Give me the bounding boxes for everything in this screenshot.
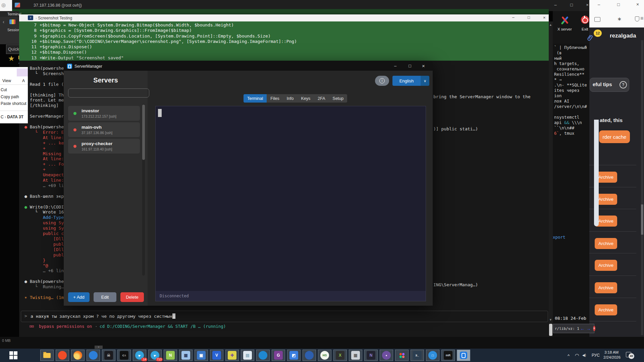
taskbar-icon-telegram-1[interactable]: ▸.14 [133,350,146,361]
taskbar-icon-screenshot-tool[interactable]: ✚ [225,350,239,361]
root-minimize-button[interactable]: – [550,2,560,7]
taskbar-icon-neovim[interactable]: N [364,350,378,361]
sidebar-scroll-thumb[interactable] [142,105,145,160]
taskbar-icon-telegram-2[interactable]: ▸713 [148,350,162,361]
quick-connect-box[interactable]: Quick [6,45,20,54]
taskbar-icon-blue-swirl-app[interactable] [256,350,270,361]
reorder-cache-button[interactable]: rder cache [599,130,630,143]
archive-button[interactable]: Archive [595,304,617,315]
add-server-button[interactable]: + Add [68,292,90,302]
shield-icon[interactable] [635,16,639,21]
browser-maximize-button[interactable]: □ [617,2,620,7]
tab-files[interactable]: Files [267,94,283,103]
server-list-item[interactable]: proxy-checker161.97.118.40 [ssh] [68,139,140,154]
code-maximize-button[interactable]: □ [528,15,530,20]
taskbar-icon-frest-app[interactable]: ☠ [102,350,115,361]
taskbar-icon-anydesk[interactable]: □ [426,350,439,361]
xserver-button[interactable]: X server [557,15,574,34]
archive-button[interactable]: Archive [595,238,617,249]
server-list-item[interactable]: main-ovh37.187.136.86 [ssh] [68,122,140,137]
taskbar-icon-sharex[interactable]: X [333,350,347,361]
scroll-up-icon[interactable]: ▲ [549,23,552,26]
wifi-icon[interactable]: ◠ [575,353,579,358]
taskbar-icon-figma[interactable] [395,350,409,361]
browser-scrollbar-track[interactable] [641,40,643,335]
code-close-button[interactable]: × [543,15,546,20]
menu-hamburger-icon[interactable]: ≡ [640,15,643,21]
tips-pill[interactable]: eful tips ? [590,78,629,92]
scroll-thumb[interactable] [549,324,552,336]
taskbar-icon-github-desktop[interactable]: ● [380,350,393,361]
scroll-down-icon[interactable]: ▼ [549,318,552,321]
ssh-terminal-panel[interactable]: Disconnected [155,106,426,301]
taskbar-icon-cmd-terminal[interactable]: C:\ [117,350,131,361]
sm-close-button[interactable]: × [422,63,425,69]
taskbar-icon-calculator[interactable]: ▦ [179,350,193,361]
find-prev-icon[interactable]: ← [580,326,585,331]
taskbar-icon-file-explorer[interactable] [40,350,54,361]
tab-terminal[interactable]: Terminal [244,94,267,103]
taskbar-icon-mremoteng[interactable]: mR [441,350,455,361]
taskbar-icon-servermanager-app[interactable] [457,350,470,361]
taskbar-icon-v-app[interactable]: V [210,350,223,361]
taskbar-icon-thunderbird-mail[interactable] [87,350,100,361]
taskbar-icon-firefox-browser[interactable] [71,350,85,361]
taskbar-icon-heidisql[interactable]: HS [318,350,331,361]
tab-view[interactable]: View [2,78,11,83]
browser-minimize-button[interactable]: – [598,2,600,7]
sm-maximize-button[interactable]: □ [409,63,411,68]
taskbar-icon-photos-app[interactable]: ◩ [287,350,301,361]
volume-icon[interactable]: ◀) [582,353,586,357]
clock-date[interactable]: 2/24/2026 [603,355,621,359]
taskbar-icon-powershell[interactable]: ≥_ [411,350,424,361]
clock-time[interactable]: 3:18 AM [604,350,619,354]
tab-2fa[interactable]: 2FA [314,94,329,103]
archive-button[interactable]: Archive [595,260,617,271]
edit-server-button[interactable]: Edit [94,292,116,302]
wallet-icon[interactable] [594,17,600,22]
taskbar-icon-gimp-doc[interactable]: G [272,350,285,361]
find-next-icon[interactable]: → [586,326,591,331]
terminal-scroll-arrow[interactable]: ^ [584,46,587,50]
findbar-text[interactable]: r/lib/vz: 1 [553,326,579,331]
tab-setup[interactable]: Setup [329,94,347,103]
keyboard-language[interactable]: РУС [592,353,600,358]
claude-scrollbar[interactable]: ▲ ▼ [549,21,553,337]
session-icon[interactable] [9,19,15,24]
menu-item-copy-path[interactable]: Copy path [1,95,19,99]
taskbar-icon-brave-browser[interactable] [56,350,69,361]
language-dropdown[interactable]: English ∨ [392,76,429,86]
paperclip-icon[interactable] [586,35,593,43]
root-maximize-button[interactable]: □ [567,2,577,7]
server-search-input[interactable] [68,88,149,98]
menu-item-cut[interactable]: Cut [1,87,7,92]
pin-icon[interactable]: ◎ [1,2,6,8]
claude-input-box[interactable]: > а нахуя ты запускал хром ? че по друго… [21,311,548,322]
server-list-item[interactable]: investor173.212.212.157 [ssh] [68,106,140,121]
taskbar-icon-octopus-app[interactable] [303,350,316,361]
delete-server-button[interactable]: Delete [120,292,144,302]
tab-info[interactable]: Info [283,94,298,103]
taskbar-icon-glass-notepad[interactable]: ▤ [241,350,254,361]
tab-a[interactable]: A [22,78,25,83]
back-arrow-icon[interactable]: ‹ [3,19,4,24]
inner-scrollbar[interactable] [594,120,599,226]
claude-input-text[interactable]: а нахуя ты запускал хром ? че по другому… [31,313,175,319]
sidebar-scrollbar[interactable] [142,104,145,276]
taskbar-icon-windows-app[interactable]: ▣ [195,350,208,361]
breadcrumb[interactable]: C › DATA 3T [1,115,23,119]
favorites-star-icon[interactable]: ★ [8,54,15,63]
start-button[interactable] [9,351,17,359]
tray-chevron-icon[interactable]: ^ [568,353,570,358]
taskbar-icon-notepad-plus[interactable]: N [164,350,177,361]
sm-minimize-button[interactable]: – [394,63,396,68]
info-button[interactable]: i [375,76,389,86]
tab-keys[interactable]: Keys [298,94,314,103]
notification-center-icon[interactable]: 40 [626,351,635,359]
sparkle-icon[interactable]: ∗ [617,16,622,22]
taskbar-icon-printer-tool[interactable]: ▦ [349,350,362,361]
taskbar-peek-tab[interactable]: ˅ [95,346,103,349]
menu-item-paste-shortcut[interactable]: Paste shortcut [1,101,26,106]
archive-button[interactable]: Archive [595,282,617,293]
code-minimize-button[interactable]: – [512,15,515,20]
